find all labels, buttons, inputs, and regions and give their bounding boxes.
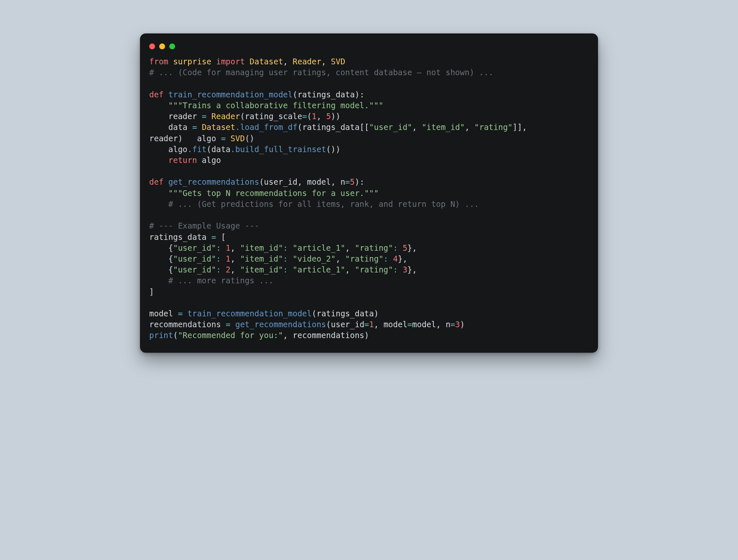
keyword-from: from [149,57,168,66]
key-item-id: "item_id" [240,243,283,252]
rparen: ) [460,320,465,329]
method-load-from-df: load_from_df [240,122,297,132]
var-ratings-data: ratings_data [149,232,206,242]
key-rating: "rating" [345,254,384,263]
space [216,134,221,143]
equals: = [226,320,230,329]
space [231,320,235,329]
string-rating: "rating" [474,122,513,132]
fn-train-model: train_recommendation_model [168,90,293,99]
colon: : [216,243,226,252]
colon: : [393,243,403,252]
comment: # ... (Get predictions for all items, ra… [168,199,479,209]
var-algo: algo [197,134,216,143]
lparen: ( [312,309,316,318]
colon: : [384,254,393,263]
arg-n: n [341,177,345,186]
indent [149,145,168,154]
class-dataset: Dataset [202,122,235,132]
space [188,122,192,132]
equals: = [407,320,412,329]
comma: , [345,243,355,252]
colon: : [216,254,226,263]
colon: : [283,265,293,274]
space [221,320,226,329]
window-close-dot[interactable] [149,43,155,49]
key-user-id: "user_id" [173,254,216,263]
var-data: data [168,122,188,132]
value: 3 [455,320,460,329]
comma: , [374,320,384,329]
key-item-id: "item_id" [240,265,283,274]
lparen: ( [173,331,178,340]
window-titlebar [140,43,598,56]
code-block: from surprise import Dataset, Reader, SV… [140,56,598,341]
key-user-id: "user_id" [173,265,216,274]
fn-get-recommendations: get_recommendations [235,320,326,329]
space [226,134,230,143]
class-dataset: Dataset [249,57,283,66]
arg-ratings-data: ratings_data [298,90,355,99]
comma: , [317,112,326,121]
lparen: ( [293,90,297,99]
var-reader-wrap: reader [149,134,178,143]
lbracket: [ [221,232,226,242]
indent [149,101,168,110]
class-svd: SVD [331,57,345,66]
fn-train-model: train_recommendation_model [188,309,312,318]
space [197,112,201,121]
rbracket: ] [149,287,154,296]
dot: . [231,145,235,154]
indent [149,155,168,165]
lparen: ( [245,134,249,143]
rparen: ) [331,112,336,121]
space [197,155,201,165]
window-zoom-dot[interactable] [169,43,175,49]
rparen: ) [364,331,369,340]
keyword-return: return [168,155,197,165]
rbrace: }, [407,265,417,274]
class-svd: SVD [231,134,245,143]
value: "article_1" [293,265,345,274]
number-1: 1 [312,112,316,121]
indent [149,199,168,209]
space [163,177,168,186]
key-rating: "rating" [355,243,393,252]
rparen: ) [336,145,340,154]
indent [149,265,168,274]
colon: : [393,265,403,274]
rbrace: }, [398,254,407,263]
rparen: ) [331,145,336,154]
comment: # ... more ratings ... [168,276,274,285]
key-item-id: "item_id" [240,254,283,263]
number-5: 5 [350,177,355,186]
string-user-id: "user_id" [369,122,412,132]
docstring: """Gets top N recommendations for a user… [168,188,379,198]
comma: , [522,122,527,132]
equals: = [192,122,197,132]
value: 3 [402,265,407,274]
indent [149,122,168,132]
var-ratings-data: ratings_data [302,122,359,132]
var-algo: algo [168,145,188,154]
window-minimize-dot[interactable] [159,43,165,49]
docstring: """Trains a collaborative filtering mode… [168,101,384,110]
var-model: model [149,309,173,318]
key-user-id: "user_id" [173,243,216,252]
equals: = [364,320,369,329]
equals: = [211,232,216,242]
value: 5 [402,243,407,252]
var-recommendations: recommendations [149,320,221,329]
var-recommendations: recommendations [293,331,364,340]
comma: , [231,254,240,263]
colon: : [283,254,293,263]
indent [149,112,168,121]
lbrace: { [168,265,173,274]
lparen: ( [307,112,312,121]
rparen: ) [178,134,183,143]
space [206,112,211,121]
code-window: from surprise import Dataset, Reader, SV… [140,33,598,353]
keyword-import: import [216,57,245,66]
indent [149,254,168,263]
class-reader: Reader [211,112,240,121]
